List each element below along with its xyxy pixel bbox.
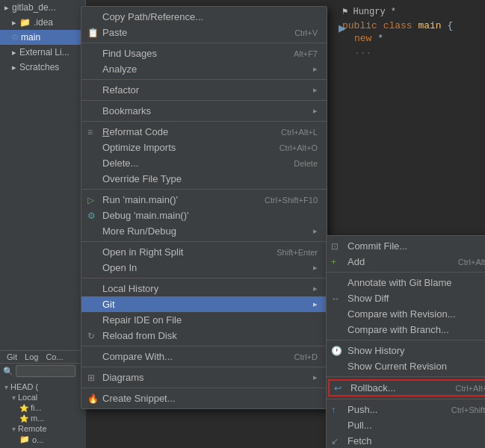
menu-reformat-code[interactable]: ≡ Reformat Code Ctrl+Alt+L: [81, 124, 327, 140]
menu-run[interactable]: ▷ Run 'main.main()' Ctrl+Shift+F10: [81, 192, 327, 208]
sidebar-item-scratches[interactable]: ▸ Scratches: [0, 60, 85, 75]
git-compare-revision[interactable]: Compare with Revision...: [327, 306, 485, 322]
menu-label: Rollback...: [350, 382, 396, 393]
separator: [81, 43, 327, 43]
menu-analyze[interactable]: Analyze ▸: [81, 61, 327, 77]
menu-debug[interactable]: ⚙ Debug 'main.main()': [81, 208, 327, 223]
separator: [81, 278, 327, 279]
menu-label: Diagrams: [102, 372, 144, 383]
git-fetch[interactable]: ↙ Fetch: [327, 433, 485, 448]
menu-label: Compare with Branch...: [347, 324, 449, 335]
menu-label: Show Current Revision: [347, 361, 447, 372]
menu-override-file-type[interactable]: Override File Type: [81, 171, 327, 187]
menu-more-run[interactable]: More Run/Debug ▸: [81, 223, 327, 239]
shortcut: Ctrl+D: [294, 352, 318, 361]
menu-label: Override File Type: [102, 173, 182, 184]
tab-git[interactable]: Git: [3, 351, 21, 363]
menu-bookmarks[interactable]: Bookmarks ▸: [81, 103, 327, 119]
shortcut: Ctrl+Shift+F10: [265, 196, 318, 205]
git-show-history[interactable]: 🕐 Show History: [327, 343, 485, 358]
menu-label: Add: [347, 256, 365, 267]
sidebar-item-main[interactable]: © main: [0, 30, 85, 45]
tree-label: Local: [18, 393, 37, 402]
git-add[interactable]: + Add Ctrl+Alt+A: [327, 254, 485, 270]
menu-open-in[interactable]: Open In ▸: [81, 260, 327, 276]
menu-diagrams[interactable]: ⊞ Diagrams ▸: [81, 370, 327, 385]
submenu-arrow: ▸: [313, 284, 318, 293]
submenu-arrow: ▸: [313, 64, 318, 74]
shortcut: Ctrl+V: [294, 28, 318, 37]
tree-item-head[interactable]: ▾ HEAD (: [4, 382, 81, 392]
arrow-indicator: ▶: [339, 22, 346, 34]
menu-copy-path[interactable]: Copy Path/Reference...: [81, 9, 327, 25]
tree-item-remote[interactable]: ▾ Remote: [4, 423, 81, 434]
menu-label: More Run/Debug: [102, 225, 176, 237]
git-rollback[interactable]: ↩ Rollback... Ctrl+Alt+Z: [328, 379, 485, 396]
expand-icon: ▸: [12, 18, 16, 28]
separator: [81, 100, 327, 101]
tree-item-m[interactable]: ⭐ m...: [4, 413, 81, 423]
tree-item-o[interactable]: 📁 o...: [4, 434, 81, 445]
menu-git[interactable]: Git ▸: [81, 296, 327, 312]
menu-reload-disk[interactable]: ↻ Reload from Disk: [81, 328, 327, 343]
shortcut: Shift+Enter: [277, 248, 318, 257]
menu-optimize-imports[interactable]: Optimize Imports Ctrl+Alt+O: [81, 140, 327, 155]
sidebar-item-label: External Li...: [19, 47, 69, 57]
menu-label: Optimize Imports: [102, 142, 176, 153]
menu-label: Refactor: [102, 84, 139, 96]
git-push[interactable]: ↑ Push... Ctrl+Shift+K: [327, 402, 485, 417]
submenu-arrow: ▸: [313, 263, 318, 273]
diff-icon: ↔: [331, 293, 340, 304]
tree-item-local[interactable]: ▾ Local: [4, 392, 81, 402]
code-line-1: public class main {: [342, 20, 479, 31]
debug-icon: ⚙: [87, 211, 96, 221]
git-pull[interactable]: Pull...: [327, 417, 485, 433]
separator: [81, 79, 327, 80]
menu-repair-ide[interactable]: Repair IDE on File: [81, 312, 327, 328]
menu-label: Analyze: [102, 63, 137, 75]
menu-find-usages[interactable]: Find Usages Alt+F7: [81, 46, 327, 61]
main-context-menu: Copy Path/Reference... 📋 Paste Ctrl+V Fi…: [81, 6, 327, 409]
code-editor: ⚑ Hungry * public class main { new * ...: [336, 0, 485, 90]
panel-search: 🔍: [0, 364, 86, 379]
expand-icon: ▸: [12, 63, 16, 72]
submenu-arrow: ▸: [313, 106, 318, 116]
search-icon: 🔍: [3, 367, 13, 376]
separator: [327, 272, 485, 273]
menu-label: Find Usages: [102, 48, 157, 59]
tab-co[interactable]: Co...: [42, 351, 67, 363]
separator: [327, 399, 485, 399]
menu-compare-with[interactable]: Compare With... Ctrl+D: [81, 349, 327, 364]
git-commit-file[interactable]: ⊡ Commit File...: [327, 238, 485, 254]
star-icon: ⭐: [19, 414, 28, 423]
reload-icon: ↻: [87, 331, 95, 341]
tab-log[interactable]: Log: [21, 351, 42, 363]
sidebar-item-external[interactable]: ▸ External Li...: [0, 45, 85, 60]
tree-label: HEAD (: [10, 382, 38, 391]
sidebar-item-gitlab[interactable]: ▸ gitlab_de...: [0, 0, 85, 15]
search-input[interactable]: [16, 365, 75, 377]
menu-delete[interactable]: Delete... Delete: [81, 155, 327, 171]
submenu-arrow: ▸: [313, 373, 318, 382]
code-hungry: ⚑ Hungry *: [342, 6, 479, 17]
tree-item-fi[interactable]: ⭐ fi...: [4, 402, 81, 413]
separator: [81, 189, 327, 190]
menu-label: Repair IDE on File: [102, 314, 182, 326]
tree-label: Remote: [18, 424, 47, 433]
menu-label: Debug 'main.main()': [102, 210, 189, 221]
git-compare-branch[interactable]: Compare with Branch...: [327, 322, 485, 337]
diagrams-icon: ⊞: [87, 373, 95, 383]
menu-open-right-split[interactable]: Open in Right Split Shift+Enter: [81, 244, 327, 260]
git-annotate[interactable]: Annotate with Git Blame: [327, 275, 485, 290]
rollback-icon: ↩: [334, 383, 342, 393]
folder-icon: 📁: [19, 435, 30, 444]
git-show-current-revision[interactable]: Show Current Revision: [327, 358, 485, 374]
shortcut: Ctrl+Alt+L: [281, 128, 318, 137]
expand-icon: ▾: [4, 383, 8, 391]
menu-create-snippet[interactable]: 🔥 Create Snippet...: [81, 391, 327, 406]
sidebar-item-idea[interactable]: ▸ 📁 .idea: [0, 15, 85, 30]
menu-paste[interactable]: 📋 Paste Ctrl+V: [81, 25, 327, 40]
git-show-diff[interactable]: ↔ Show Diff: [327, 290, 485, 306]
menu-refactor[interactable]: Refactor ▸: [81, 82, 327, 98]
menu-local-history[interactable]: Local History ▸: [81, 281, 327, 296]
